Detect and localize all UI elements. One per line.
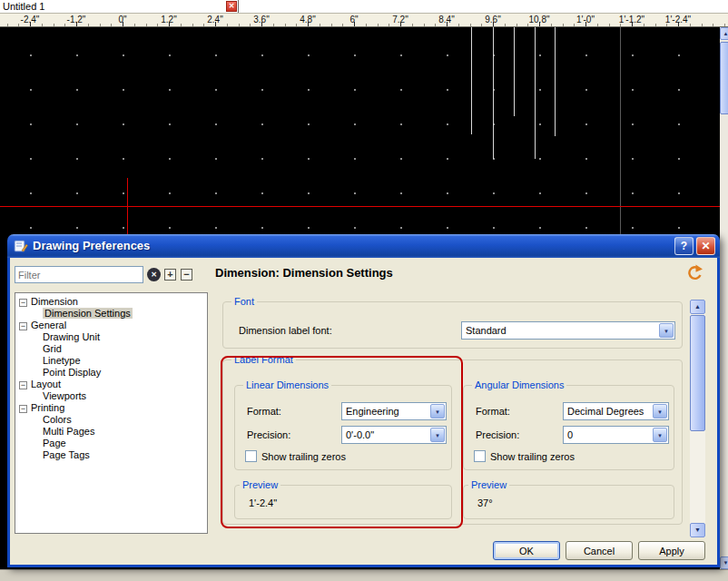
tree-collapse-icon[interactable]: −	[19, 381, 27, 389]
font-group-caption: Font	[231, 296, 257, 307]
ruler-minor-tick	[146, 24, 147, 26]
grid-dot	[169, 192, 171, 194]
undo-icon[interactable]	[685, 263, 703, 281]
dimension-label-font-label: Dimension label font:	[239, 325, 332, 336]
ruler-major-tick	[261, 22, 262, 26]
grid-dot	[678, 192, 680, 194]
grid-dot	[632, 89, 634, 91]
dimension-label-font-select[interactable]: Standard ▼	[461, 321, 675, 340]
tree-item-dimension-settings[interactable]: Dimension Settings	[18, 308, 207, 320]
ruler-minor-tick	[273, 24, 274, 26]
dialog-titlebar[interactable]: Drawing Preferences ? ✕	[7, 234, 720, 258]
chevron-down-icon[interactable]: ▼	[653, 404, 667, 419]
bottom-strip	[0, 569, 728, 581]
grid-dot	[308, 227, 310, 229]
tree-item-grid[interactable]: Grid	[18, 343, 207, 355]
grid-dot	[215, 123, 217, 125]
ruler-minor-tick	[458, 24, 459, 26]
angular-show-trailing-zeros-checkbox[interactable]	[474, 450, 486, 462]
tab-close-icon[interactable]: ✕	[226, 1, 237, 12]
scroll-down-icon[interactable]: ▼	[690, 523, 705, 537]
combo-value: Decimal Degrees	[567, 406, 644, 417]
tree-item-dimension[interactable]: −Dimension	[18, 296, 207, 308]
chevron-down-icon[interactable]: ▼	[659, 323, 674, 338]
ok-button[interactable]: OK	[493, 541, 560, 560]
settings-tree: −DimensionDimension Settings−GeneralDraw…	[15, 292, 208, 534]
angular-format-select[interactable]: Decimal Degrees ▼	[563, 402, 669, 420]
angular-show-trailing-zeros-label: Show trailing zeros	[490, 451, 575, 462]
grid-dot	[539, 89, 541, 91]
panel-scrollbar[interactable]: ▲ ▼	[690, 300, 705, 537]
chevron-down-icon[interactable]: ▼	[653, 428, 667, 442]
tree-item-colors[interactable]: Colors	[18, 414, 207, 426]
grid-dot	[215, 89, 217, 91]
ruler-major-tick	[169, 22, 170, 26]
panel-scrollbar-thumb[interactable]	[690, 315, 705, 431]
grid-dot	[76, 89, 78, 91]
tree-item-page[interactable]: Page	[18, 438, 207, 449]
tree-item-page-tags[interactable]: Page Tags	[18, 449, 207, 461]
tree-item-multi-pages[interactable]: Multi Pages	[18, 426, 207, 438]
tree-item-general[interactable]: −General	[18, 320, 207, 331]
grid-dot	[354, 227, 356, 229]
angular-preview-caption: Preview	[468, 479, 509, 490]
grid-dot	[30, 192, 32, 194]
grid-dot	[308, 54, 310, 56]
tree-item-point-display[interactable]: Point Display	[18, 367, 207, 379]
angular-precision-select[interactable]: 0 ▼	[563, 426, 669, 444]
grid-dot	[215, 192, 217, 194]
grid-dot	[632, 54, 634, 56]
canvas-vertical-scrollbar[interactable]: ▲ ▼	[720, 27, 728, 569]
ruler-minor-tick	[389, 24, 389, 26]
close-button[interactable]: ✕	[696, 237, 715, 255]
tree-collapse-icon[interactable]: −	[19, 405, 27, 413]
filter-input[interactable]	[15, 266, 143, 283]
app-window: Untitled 1 ✕ -2.4"-1.2"0"1.2"2.4"3.6"4.8…	[0, 0, 728, 581]
ruler-minor-tick	[378, 24, 379, 26]
ruler-minor-tick	[320, 24, 320, 26]
ruler-major-tick	[539, 22, 540, 26]
scroll-up-icon[interactable]: ▲	[690, 300, 705, 314]
ruler-minor-tick	[713, 24, 713, 26]
grid-dot	[354, 123, 356, 125]
grid-dot	[76, 123, 78, 125]
ruler-minor-tick	[250, 24, 251, 26]
ruler-minor-tick	[203, 24, 204, 26]
grid-dot	[354, 89, 356, 91]
tree-item-drawing-unit[interactable]: Drawing Unit	[18, 331, 207, 343]
grid-dot	[261, 123, 263, 125]
ruler-minor-tick	[64, 24, 65, 26]
clear-filter-icon[interactable]: ✕	[147, 268, 161, 281]
canvas-scrollbar-thumb[interactable]	[720, 42, 728, 114]
grid-dot	[123, 54, 124, 56]
grid-dot	[539, 54, 541, 56]
tree-item-label: Grid	[43, 343, 62, 354]
tree-collapse-icon[interactable]: −	[19, 299, 27, 307]
tree-item-label: Page Tags	[43, 449, 90, 460]
ruler-minor-tick	[111, 24, 112, 26]
ruler-minor-tick	[424, 24, 425, 26]
scroll-up-icon[interactable]: ▲	[720, 27, 728, 40]
tree-item-viewports[interactable]: Viewports	[18, 390, 207, 402]
expand-all-icon[interactable]: +	[164, 269, 176, 281]
collapse-all-icon[interactable]: −	[181, 269, 192, 281]
ruler-major-tick	[354, 22, 355, 26]
grid-dot	[215, 158, 217, 160]
crosshair-horizontal-line	[0, 206, 720, 207]
ruler-minor-tick	[239, 24, 240, 26]
tree-item-printing[interactable]: −Printing	[18, 402, 207, 414]
dialog-icon	[14, 239, 28, 253]
tree-item-layout[interactable]: −Layout	[18, 379, 207, 390]
document-tab[interactable]: Untitled 1 ✕	[0, 0, 239, 13]
tree-item-linetype[interactable]: Linetype	[18, 355, 207, 367]
apply-button[interactable]: Apply	[638, 541, 705, 560]
ruler-minor-tick	[516, 24, 517, 26]
combo-value: Standard	[466, 325, 507, 336]
ruler-major-tick	[30, 22, 31, 26]
help-button[interactable]: ?	[674, 237, 694, 255]
tree-collapse-icon[interactable]: −	[19, 322, 27, 330]
extension-line	[493, 27, 494, 159]
cancel-button[interactable]: Cancel	[566, 541, 633, 560]
scroll-down-icon[interactable]: ▼	[720, 556, 728, 569]
grid-dot	[215, 54, 217, 56]
